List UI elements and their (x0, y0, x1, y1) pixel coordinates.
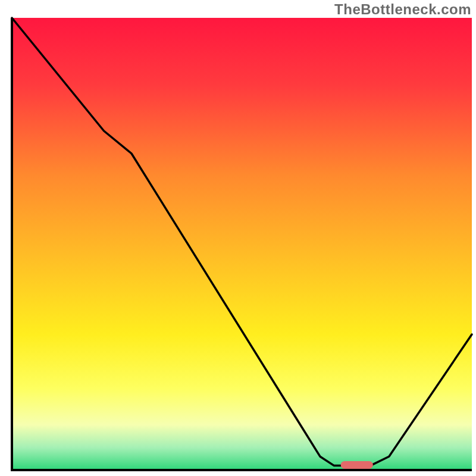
optimal-range-marker (341, 461, 373, 469)
chart-background (12, 18, 472, 470)
bottleneck-chart (0, 0, 476, 476)
chart-container: TheBottleneck.com (0, 0, 476, 476)
watermark-text: TheBottleneck.com (334, 1, 471, 18)
